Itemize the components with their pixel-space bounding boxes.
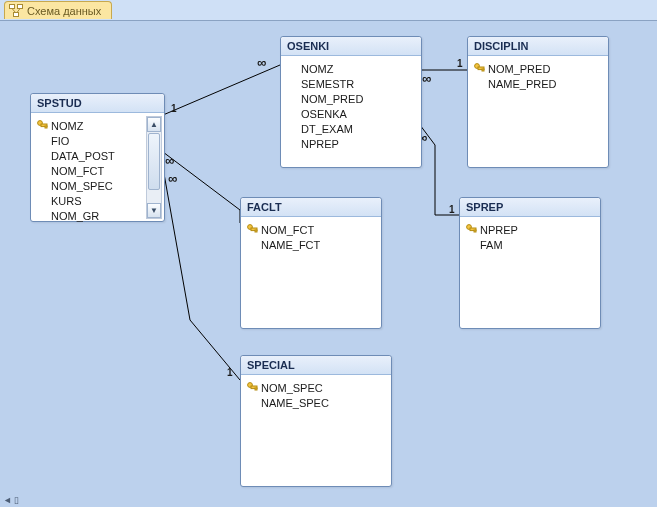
cardinality-many: ∞ (257, 55, 266, 70)
scroll-down-button[interactable]: ▼ (147, 203, 161, 218)
scrollbar[interactable]: ▲ ▼ (146, 116, 162, 219)
field-row[interactable]: NAME_SPEC (261, 396, 383, 411)
table-title: SPECIAL (241, 356, 391, 375)
field-name: NOMZ (51, 120, 83, 132)
field-name: FIO (51, 135, 69, 147)
tab-bar: Схема данных (0, 0, 657, 21)
svg-rect-1 (18, 5, 23, 9)
field-row[interactable]: NAME_PRED (488, 77, 600, 92)
field-name: NAME_SPEC (261, 397, 329, 409)
nav-left-icon[interactable]: ◄ (3, 495, 12, 505)
field-name: NOM_PRED (488, 63, 550, 75)
table-spstud[interactable]: SPSTUD NOMZ FIO DATA_POST NOM_FCT NOM_SP… (30, 93, 165, 222)
scroll-up-button[interactable]: ▲ (147, 117, 161, 132)
field-row[interactable]: FAM (480, 238, 592, 253)
table-osenki[interactable]: OSENKI NOMZ SEMESTR NOM_PRED OSENKA DT_E… (280, 36, 422, 168)
tab-label: Схема данных (27, 5, 101, 17)
diagram-canvas[interactable]: 1 ∞ ∞ 1 ∞ 1 ∞ 1 ∞ 1 SPSTUD (0, 20, 657, 507)
field-row[interactable]: NOM_FCT (261, 223, 373, 238)
table-sprep[interactable]: SPREP NPREP FAM (459, 197, 601, 329)
field-row[interactable]: NOM_GR (51, 209, 156, 224)
primary-key-icon (247, 224, 258, 235)
record-navigator: ◄ ▯ (0, 493, 19, 507)
cardinality-many: ∞ (422, 71, 431, 86)
primary-key-icon (466, 224, 477, 235)
field-name: SEMESTR (301, 78, 354, 90)
tab-schema[interactable]: Схема данных (4, 1, 112, 19)
field-name: NOM_PRED (301, 93, 363, 105)
field-row[interactable]: NPREP (480, 223, 592, 238)
cardinality-many: ∞ (165, 153, 174, 168)
field-row[interactable]: NOMZ (51, 119, 156, 134)
field-row[interactable]: NOM_FCT (51, 164, 156, 179)
svg-rect-15 (255, 230, 257, 232)
field-row[interactable]: NOM_PRED (488, 62, 600, 77)
field-row[interactable]: KURS (51, 194, 156, 209)
svg-line-3 (12, 9, 16, 13)
svg-rect-21 (255, 388, 257, 390)
field-name: NAME_PRED (488, 78, 556, 90)
svg-line-4 (17, 9, 20, 13)
field-row[interactable]: NOM_SPEC (51, 179, 156, 194)
nav-record-icon: ▯ (14, 495, 19, 505)
field-row[interactable]: NPREP (301, 137, 413, 152)
cardinality-one: 1 (457, 58, 463, 69)
primary-key-icon (474, 63, 485, 74)
cardinality-many: ∞ (168, 171, 177, 186)
scroll-thumb[interactable] (148, 133, 160, 190)
field-row[interactable]: NAME_FCT (261, 238, 373, 253)
field-name: NOM_GR (51, 210, 99, 222)
relationships-icon (9, 4, 23, 17)
svg-rect-12 (482, 69, 484, 71)
table-disciplin[interactable]: DISCIPLIN NOM_PRED NAME_PRED (467, 36, 609, 168)
table-faclt[interactable]: FACLT NOM_FCT NAME_FCT (240, 197, 382, 329)
field-row[interactable]: DT_EXAM (301, 122, 413, 137)
primary-key-icon (37, 120, 48, 131)
primary-key-icon (247, 382, 258, 393)
field-row[interactable]: DATA_POST (51, 149, 156, 164)
relationship-diagram-view: Схема данных 1 ∞ ∞ 1 ∞ 1 ∞ 1 ∞ 1 (0, 0, 657, 507)
cardinality-one: 1 (171, 103, 177, 114)
svg-rect-18 (474, 230, 476, 232)
svg-rect-9 (45, 126, 47, 128)
field-name: KURS (51, 195, 82, 207)
cardinality-one: 1 (227, 367, 233, 378)
svg-rect-2 (14, 13, 19, 17)
cardinality-one: 1 (449, 204, 455, 215)
field-name: DATA_POST (51, 150, 115, 162)
table-title: OSENKI (281, 37, 421, 56)
field-name: NOM_FCT (51, 165, 104, 177)
field-name: OSENKA (301, 108, 347, 120)
field-name: NAME_FCT (261, 239, 320, 251)
field-row[interactable]: OSENKA (301, 107, 413, 122)
field-name: NOM_SPEC (261, 382, 323, 394)
table-title: DISCIPLIN (468, 37, 608, 56)
field-row[interactable]: FIO (51, 134, 156, 149)
table-special[interactable]: SPECIAL NOM_SPEC NAME_SPEC (240, 355, 392, 487)
field-name: NPREP (301, 138, 339, 150)
field-row[interactable]: NOM_SPEC (261, 381, 383, 396)
table-title: SPREP (460, 198, 600, 217)
field-row[interactable]: SEMESTR (301, 77, 413, 92)
field-name: NPREP (480, 224, 518, 236)
table-title: FACLT (241, 198, 381, 217)
table-title: SPSTUD (31, 94, 164, 113)
field-name: NOM_FCT (261, 224, 314, 236)
field-name: FAM (480, 239, 503, 251)
svg-rect-0 (10, 5, 15, 9)
svg-line-5 (163, 65, 280, 115)
field-row[interactable]: NOMZ (301, 62, 413, 77)
field-name: NOM_SPEC (51, 180, 113, 192)
field-name: DT_EXAM (301, 123, 353, 135)
field-name: NOMZ (301, 63, 333, 75)
field-row[interactable]: NOM_PRED (301, 92, 413, 107)
